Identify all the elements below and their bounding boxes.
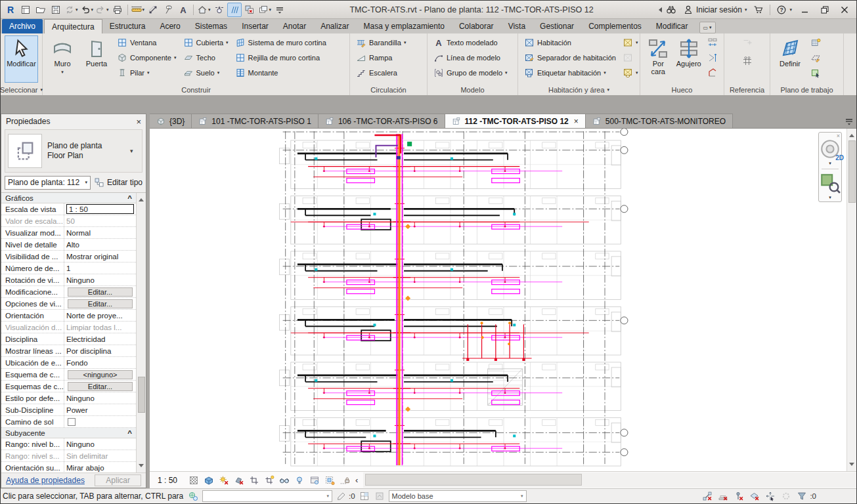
definir-button[interactable]: Definir (774, 35, 806, 69)
view-tab-500-tmc-tor-ats-monitoreo[interactable]: 500-TMC-TOR-ATS-MONITOREO (586, 114, 733, 128)
reveal-constraints-button[interactable] (338, 474, 351, 487)
montante-button[interactable]: Montante (233, 66, 328, 80)
zoom-region-button[interactable] (819, 172, 841, 194)
techo-button[interactable]: Techo (181, 51, 231, 65)
close-view-button[interactable]: × (574, 117, 579, 126)
shadows-off-button[interactable] (232, 474, 246, 487)
editable-only-button[interactable] (336, 490, 347, 502)
temporary-view-properties-button[interactable] (307, 474, 321, 487)
etiquetar-habitacion-button[interactable]: Etiquetar habitación▾ (522, 66, 618, 80)
search-button[interactable] (663, 3, 679, 17)
close-button[interactable] (835, 3, 854, 17)
view-tab-112-tmc-tor-ats-piso-12[interactable]: 112 -TMC-TOR-ATS-PISO 12× (445, 114, 586, 128)
property-value[interactable]: Ninguno (64, 438, 136, 450)
property-value[interactable]: <ninguno> (64, 369, 136, 380)
select-by-face-off-button[interactable] (749, 490, 760, 502)
grupo-modelo-button[interactable]: Grupo de modelo▾ (431, 66, 510, 80)
qat-print-button[interactable] (110, 3, 125, 17)
property-edit-button[interactable]: Editar... (68, 287, 133, 297)
drawing-area[interactable]: × 2D ▾ ▾ (150, 128, 856, 471)
edit-type-button[interactable]: Editar tipo (94, 177, 143, 188)
barandilla-button[interactable]: Barandilla▾ (354, 35, 408, 50)
property-value[interactable]: Editar... (64, 298, 136, 309)
type-selector-arrow[interactable]: ▾ (130, 148, 139, 154)
help-button[interactable]: ?▾ (774, 3, 795, 17)
app-store-button[interactable] (751, 3, 766, 17)
property-edit-button[interactable]: Editar... (68, 382, 133, 391)
qat-open-button[interactable] (33, 3, 48, 17)
reveal-hidden-elements-button[interactable] (292, 474, 306, 487)
section-header-1[interactable]: Subyacente^ (1, 428, 136, 438)
apply-button[interactable]: Aplicar (95, 474, 141, 486)
panel-title-seleccionar[interactable]: Seleccionar▾ (1, 85, 42, 95)
qat-revit-logo-button[interactable]: R (3, 3, 18, 17)
ribbon-tab-arquitectura[interactable]: Arquitectura (44, 19, 102, 33)
ribbon-tab-complementos[interactable]: Complementos (581, 19, 649, 33)
select-links-off-button[interactable] (701, 490, 713, 502)
qat-customize-qat-button[interactable] (273, 3, 287, 17)
qat-save-button[interactable] (49, 3, 63, 17)
puerta-button[interactable]: Puerta (81, 35, 112, 69)
sync-dropdown-arrow[interactable]: ▾ (76, 7, 78, 12)
ribbon-tab-masa-y-emplazamiento[interactable]: Masa y emplazamiento (357, 19, 452, 33)
collapse-search-icon[interactable] (656, 7, 662, 12)
property-value[interactable] (64, 416, 136, 427)
type-selector[interactable]: Plano de planta Floor Plan ▾ (5, 129, 143, 173)
area-button[interactable]: ▾ (621, 35, 640, 50)
scroll-left-button[interactable]: ‹ (355, 475, 358, 485)
separador-habitacion-button[interactable]: Separador de habitación (522, 51, 618, 65)
ribbon-tab-estructura[interactable]: Estructura (102, 19, 153, 33)
qat-close-hidden-windows-button[interactable] (242, 3, 257, 17)
ribbon-tab-colaborar[interactable]: Colaborar (452, 19, 501, 33)
view-tab-list-button[interactable] (842, 115, 856, 128)
qat-switch-windows-button[interactable]: ▾ (257, 3, 273, 17)
qat-sync-button[interactable]: ▾ (64, 3, 79, 17)
property-value[interactable]: 1 : 50 (64, 203, 136, 215)
qat-redo-button[interactable]: ▾ (95, 3, 110, 17)
ribbon-state-toggle[interactable]: ▭ ▾ (699, 22, 716, 33)
design-option-dropdown[interactable]: Modelo base▾ (389, 490, 527, 502)
qat-measure-button[interactable]: ▾ (131, 3, 146, 17)
qat-undo-button[interactable]: ▾ (79, 3, 95, 17)
temporary-hide-isolate-button[interactable] (277, 474, 291, 487)
pilar-button[interactable]: Pilar▾ (115, 66, 179, 80)
referencia-rejilla-button[interactable] (740, 54, 755, 68)
panel-title-habitacion[interactable]: Habitación y área▾ (518, 85, 640, 95)
agujero-button[interactable]: Agujero (675, 35, 703, 69)
por-cara-button[interactable]: Por cara (644, 35, 672, 77)
qat-default-3d-view-button[interactable]: ▾ (196, 3, 211, 17)
property-checkbox[interactable] (68, 418, 76, 426)
show-crop-region-button[interactable] (262, 474, 276, 487)
minimize-button[interactable] (796, 3, 814, 17)
linea-modelo-button[interactable]: Línea de modelo (431, 51, 510, 65)
hueco-muro-button[interactable] (705, 35, 720, 50)
property-value[interactable]: Sin delimitar (64, 450, 136, 461)
property-value[interactable]: Fondo (64, 357, 136, 368)
view-selector-dropdown[interactable]: Plano de planta: 112▾ (5, 176, 91, 190)
ribbon-tab-vista[interactable]: Vista (501, 19, 533, 33)
qat-aligned-dimension-button[interactable] (146, 3, 160, 17)
restore-button[interactable] (816, 3, 834, 17)
qat-thin-lines-button[interactable] (227, 3, 242, 17)
drag-on-selection-button[interactable] (764, 490, 776, 502)
ribbon-tab-anotar[interactable]: Anotar (276, 19, 313, 33)
select-underlay-elements-off-button[interactable] (717, 490, 729, 502)
area-tag-button[interactable]: ▾ (621, 66, 640, 80)
sun-path-off-button[interactable] (217, 474, 231, 487)
visor-plano-button[interactable] (808, 66, 823, 80)
rampa-button[interactable]: Rampa (354, 51, 408, 65)
ribbon-tab-modificar[interactable]: Modificar (649, 19, 695, 33)
property-value[interactable]: Editar... (64, 381, 136, 392)
property-value[interactable]: 50 (64, 215, 136, 226)
measure-dropdown-arrow[interactable]: ▾ (143, 7, 145, 12)
wheel-options-arrow[interactable]: ▾ (829, 161, 831, 166)
section-header-0[interactable]: Gráficos^ (1, 193, 136, 203)
property-value[interactable]: Normal (64, 227, 136, 238)
property-value[interactable]: Electricidad (64, 333, 136, 345)
property-value[interactable]: Norte de proye... (64, 310, 136, 321)
collapse-section-icon[interactable]: ^ (127, 194, 132, 202)
collapse-section-icon[interactable]: ^ (127, 429, 132, 437)
property-value[interactable]: Limpiar todas l... (64, 322, 136, 333)
view-tab-106-tmc-tor-ats-piso-6[interactable]: 106 -TMC-TOR-ATS-PISO 6 (319, 114, 445, 128)
qat-tag-by-category-button[interactable]: 1 (161, 3, 175, 17)
